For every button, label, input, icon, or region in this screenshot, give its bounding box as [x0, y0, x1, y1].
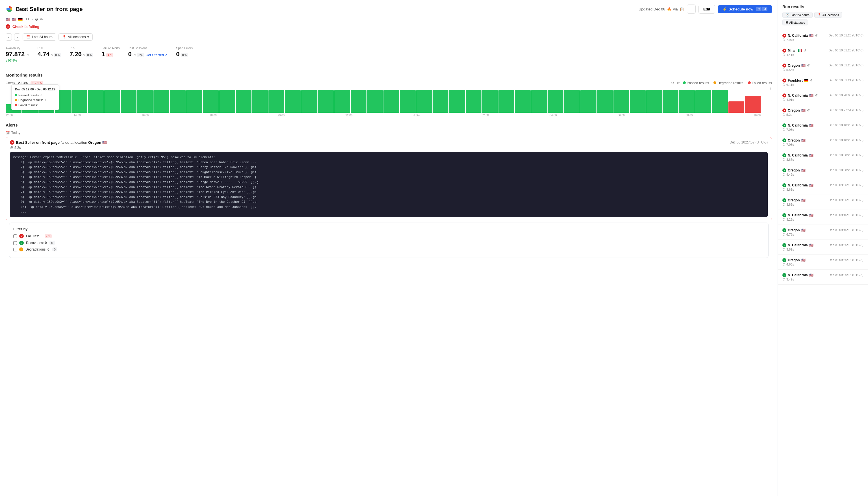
run-result-item[interactable]: ✓ N. California 🇺🇸 ⏱ 3.89s Dec 06 09:36:… [778, 242, 868, 253]
run-result-item[interactable]: ✕ Oregon 🇺🇸 ↺ ⏱ 5.2s Dec 06 10:27:51 (UT… [778, 107, 868, 118]
more-button[interactable]: ··· [687, 4, 696, 14]
chart-bar[interactable] [153, 90, 169, 113]
edit-icon[interactable]: ✏ [40, 17, 44, 21]
next-button[interactable]: › [14, 33, 20, 41]
chart-bar[interactable] [630, 90, 646, 113]
run-item-divider [778, 90, 868, 90]
run-item-duration: ⏱ 3.42s [782, 278, 813, 281]
chart-bar[interactable] [72, 90, 87, 113]
settings-icon[interactable]: ⚙ [35, 17, 38, 21]
chart-bar[interactable] [301, 90, 317, 113]
chart-bar[interactable] [712, 90, 728, 113]
chart-bar[interactable] [728, 102, 744, 113]
alerts-date: 📅 Today [6, 131, 772, 135]
chart-bar[interactable] [285, 90, 301, 113]
chart-bar[interactable] [252, 90, 268, 113]
run-item-time: Dec 06 10:31:21 (UTC-8) [829, 79, 864, 82]
edit-button[interactable]: Edit [698, 5, 715, 14]
chart-bar[interactable] [580, 90, 596, 113]
clock-icon-run: ⏱ [782, 68, 786, 72]
clock-icon-run: ⏱ [782, 98, 786, 102]
run-result-item[interactable]: ✓ Oregon 🇺🇸 ⏱ 3.83s Dec 06 09:56:18 (UTC… [778, 197, 868, 208]
filter-failures-checkbox[interactable] [13, 234, 17, 238]
clock-icon-run: ⏱ [782, 128, 786, 131]
chart-bar[interactable] [515, 90, 531, 113]
tooltip-degraded: Degraded results: 0 [18, 98, 46, 102]
chart-bar[interactable] [121, 90, 137, 113]
chart-bar[interactable] [400, 90, 416, 113]
filter-recoveries-checkbox[interactable] [13, 241, 17, 245]
chart-bar[interactable] [317, 90, 334, 113]
chart-bar[interactable] [547, 90, 563, 113]
run-flag: 🇺🇸 [801, 228, 806, 232]
prev-button[interactable]: ‹ [6, 33, 12, 41]
chart-bar[interactable] [416, 90, 432, 113]
chart-bar[interactable] [663, 90, 678, 113]
refresh-icon-1[interactable]: ↺ [671, 81, 674, 85]
chart-bar[interactable] [564, 90, 580, 113]
run-item-duration: ⏱ 7.97s [782, 38, 818, 42]
chart-bar[interactable] [531, 90, 547, 113]
chart-bar[interactable] [104, 90, 120, 113]
run-result-item[interactable]: ✕ Oregon 🇺🇸 ↺ ⏱ 5.55s Dec 06 10:31:23 (U… [778, 62, 868, 73]
locations-filter-btn[interactable]: 📍 All locations [814, 12, 842, 18]
clock-icon-run: ⏱ [782, 203, 786, 206]
chart-bar[interactable] [597, 90, 613, 113]
tooltip-date: Dec 05 12:00 - Dec 05 12:29 [15, 87, 56, 92]
run-result-item[interactable]: ✓ Oregon 🇺🇸 ⏱ 4.49s Dec 06 10:08:25 (UTC… [778, 167, 868, 178]
time-filter-btn[interactable]: 🕐 Last 24 hours [782, 12, 812, 18]
run-result-item[interactable]: ✓ N. California 🇺🇸 ⏱ 3.67s Dec 06 10:08:… [778, 152, 868, 163]
run-result-item[interactable]: ✓ Oregon 🇺🇸 ⏱ 4.63s Dec 06 09:36:18 (UTC… [778, 257, 868, 268]
schedule-now-button[interactable]: ⚡ Schedule now ⊞ ↺ [718, 5, 772, 13]
chart-bar[interactable] [268, 90, 284, 113]
chart-bar[interactable] [384, 90, 399, 113]
run-results-sidebar: Run results 🕐 Last 24 hours 📍 All locati… [778, 0, 868, 496]
run-result-item[interactable]: ✓ N. California 🇺🇸 ⏱ 3.63s Dec 06 09:56:… [778, 182, 868, 193]
chart-bar[interactable] [186, 90, 202, 113]
filter-degradations-checkbox[interactable] [13, 248, 17, 251]
sidebar-header: Run results 🕐 Last 24 hours 📍 All locati… [778, 3, 868, 28]
run-result-item[interactable]: ✕ Frankfurt 🇩🇪 ↺ ⏱ 6.11s Dec 06 10:31:21… [778, 77, 868, 88]
chart-bar[interactable] [334, 90, 350, 113]
location-filter[interactable]: 📍 All locations ▾ [59, 33, 93, 41]
run-result-item[interactable]: ✕ N. California 🇺🇸 ↺ ⏱ 4.91s Dec 06 10:2… [778, 92, 868, 103]
run-result-item[interactable]: ✓ N. California 🇺🇸 ⏱ 3.42s Dec 06 09:26:… [778, 272, 868, 283]
chart-bar[interactable] [170, 90, 186, 113]
metric-test-sessions: Test Sessions 0 % 0% Get Started ↗ [128, 46, 168, 62]
get-started-link[interactable]: Get Started ↗ [145, 53, 168, 57]
filter-failures-label: Failures: 1 [26, 234, 42, 238]
run-result-item[interactable]: ✓ Oregon 🇺🇸 ⏱ 6.78s Dec 06 09:46:19 (UTC… [778, 227, 868, 238]
run-item-location: ✓ N. California 🇺🇸 [782, 273, 813, 277]
chart-bar[interactable] [695, 90, 711, 113]
chart-bar[interactable] [614, 90, 629, 113]
chart-bar[interactable] [466, 90, 481, 113]
chart-bar[interactable] [367, 90, 383, 113]
chart-bar[interactable] [351, 90, 367, 113]
chart-bar[interactable] [203, 90, 219, 113]
chart-bar[interactable] [433, 90, 448, 113]
fail-indicator: ✕ [19, 234, 24, 238]
run-result-item[interactable]: ✕ Milan 🇮🇹 ↺ ⏱ 4.41s Dec 06 10:31:23 (UT… [778, 47, 868, 58]
chart-bar[interactable] [219, 90, 235, 113]
alert-item[interactable]: ✕ Best Seller on front page failed at lo… [6, 137, 772, 220]
run-pass-icon: ✓ [782, 228, 786, 232]
run-item-time: Dec 06 09:26:18 (UTC-8) [829, 273, 864, 277]
chart-bar[interactable] [88, 90, 104, 113]
run-result-item[interactable]: ✓ N. California 🇺🇸 ⏱ 3.28s Dec 06 09:46:… [778, 212, 868, 223]
chart-bar[interactable] [745, 96, 761, 113]
chart-bar[interactable] [137, 90, 153, 113]
chart-bar[interactable] [498, 90, 514, 113]
statuses-filter-btn[interactable]: ⊟ All statuses [782, 19, 808, 26]
refresh-icon-2[interactable]: ⟳ [677, 81, 680, 85]
chart-bar[interactable] [236, 90, 251, 113]
time-range-filter[interactable]: 📅 Last 24 hours [22, 33, 56, 41]
chart-wrapper: Dec 05 12:00 - Dec 05 12:29 Passed resul… [6, 87, 763, 117]
run-result-item[interactable]: ✓ N. California 🇺🇸 ⏱ 7.03s Dec 06 10:18:… [778, 122, 868, 133]
chart-bar[interactable] [482, 90, 498, 113]
degradation-indicator: ! [19, 247, 23, 251]
run-result-item[interactable]: ✕ N. California 🇺🇸 ↺ ⏱ 7.97s Dec 06 10:3… [778, 32, 868, 43]
run-result-item[interactable]: ✓ Oregon 🇺🇸 ⏱ 7.08s Dec 06 10:18:25 (UTC… [778, 137, 868, 148]
chart-bar[interactable] [679, 90, 695, 113]
chart-bar[interactable] [646, 90, 662, 113]
chart-bar[interactable] [449, 90, 465, 113]
